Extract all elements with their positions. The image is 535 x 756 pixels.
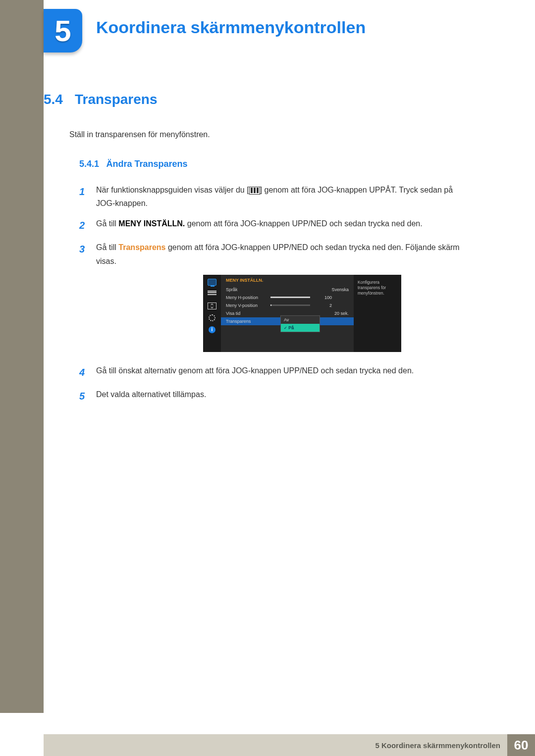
steps-list: 1 När funktionsknappsguiden visas väljer…: [79, 183, 470, 404]
chapter-title: Koordinera skärmmenykontrollen: [96, 18, 366, 37]
position-icon: [208, 302, 216, 309]
text-bold: MENY INSTÄLLN.: [118, 219, 185, 228]
osd-label: Transparens: [226, 319, 270, 324]
osd-label: Visa tid: [226, 311, 270, 316]
menu-list-icon: [208, 291, 216, 298]
osd-help-panel: Konfigurera transparens för menyfönstren…: [354, 275, 401, 352]
step-1: 1 När funktionsknappsguiden visas väljer…: [79, 183, 470, 210]
osd-sidebar: i: [203, 275, 221, 352]
text-fragment: När funktionsknappsguiden visas väljer d…: [96, 186, 249, 194]
step-2: 2 Gå till MENY INSTÄLLN. genom att föra …: [79, 217, 470, 234]
page-footer: 5 Koordinera skärmmenykontrollen 60: [44, 734, 535, 756]
chapter-number-badge: 5: [44, 9, 82, 52]
text-fragment: Gå till: [96, 243, 118, 252]
osd-label: Språk: [226, 287, 270, 292]
step-text: Det valda alternativet tillämpas.: [96, 388, 470, 404]
step-number: 3: [79, 241, 87, 267]
step-5: 5 Det valda alternativet tillämpas.: [79, 388, 470, 404]
step-number: 4: [79, 364, 87, 381]
page-content: 5.4 Transparens Ställ in transparensen f…: [44, 92, 489, 411]
step-number: 1: [79, 183, 87, 210]
subsection-number: 5.4.1: [79, 159, 99, 169]
osd-row-language: Språk Svenska: [226, 286, 349, 294]
osd-row-vposition: Meny V-position 2: [226, 302, 349, 309]
info-icon: i: [209, 326, 215, 333]
osd-value: 100: [314, 295, 332, 300]
step-3: 3 Gå till Transparens genom att föra JOG…: [79, 241, 470, 267]
monitor-icon: [208, 279, 216, 286]
step-text: Gå till Transparens genom att föra JOG-k…: [96, 241, 470, 267]
step-text: När funktionsknappsguiden visas väljer d…: [96, 183, 470, 210]
gear-icon: [209, 314, 215, 321]
section-number: 5.4: [44, 92, 63, 107]
menu-icon: [249, 187, 260, 195]
text-fragment: Gå till: [96, 219, 118, 228]
step-number: 5: [79, 388, 87, 404]
osd-label: Meny H-position: [226, 295, 270, 300]
osd-value: Svenska: [331, 287, 349, 292]
step-4: 4 Gå till önskat alternativ genom att fö…: [79, 364, 470, 381]
osd-slider: [270, 304, 310, 306]
subsection-title: Ändra Transparens: [107, 159, 188, 169]
osd-option-off: Av: [281, 316, 320, 324]
osd-row-hposition: Meny H-position 100: [226, 294, 349, 302]
osd-option-on: På: [281, 324, 320, 332]
footer-text: 5 Koordinera skärmmenykontrollen: [44, 734, 507, 756]
text-fragment: genom att föra JOG-knappen UPP/NED och s…: [185, 219, 422, 228]
section-title: Transparens: [75, 92, 158, 107]
osd-label: Meny V-position: [226, 303, 270, 308]
osd-dropdown: Av På: [280, 315, 320, 332]
osd-main-panel: MENY INSTÄLLN. Språk Svenska Meny H-posi…: [221, 275, 354, 352]
left-margin-bar: [0, 0, 44, 713]
step-text: Gå till MENY INSTÄLLN. genom att föra JO…: [96, 217, 470, 234]
step-text: Gå till önskat alternativ genom att föra…: [96, 364, 470, 381]
footer-page-number: 60: [507, 734, 535, 756]
text-highlight: Transparens: [118, 243, 165, 252]
section-intro: Ställ in transparensen för menyfönstren.: [69, 130, 470, 139]
step-number: 2: [79, 217, 87, 234]
osd-slider: [270, 297, 310, 298]
osd-title: MENY INSTÄLLN.: [226, 278, 349, 283]
osd-value: 2: [314, 303, 332, 308]
osd-screenshot: i MENY INSTÄLLN. Språk Svenska Meny H-po…: [203, 275, 401, 352]
osd-value: 20 sek.: [331, 311, 349, 316]
